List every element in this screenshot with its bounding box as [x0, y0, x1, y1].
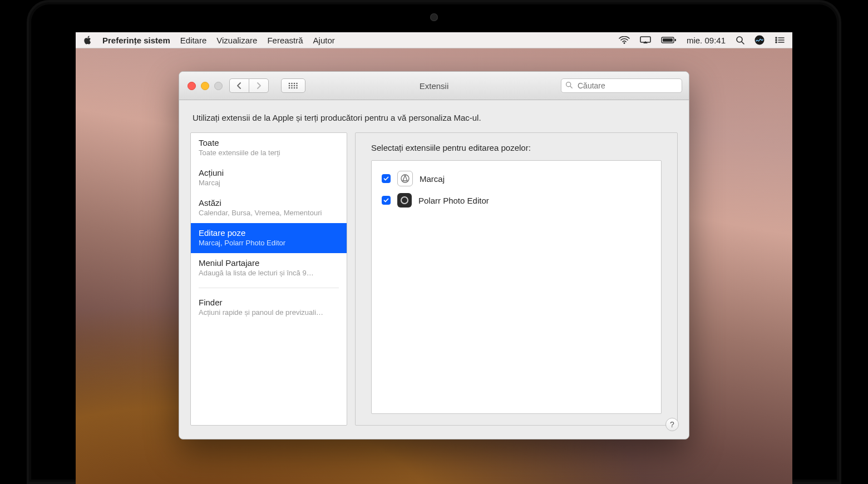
- svg-point-23: [291, 87, 293, 89]
- svg-point-24: [294, 87, 295, 89]
- sidebar-item-subtitle: Adaugă la lista de lecturi și încă 9…: [199, 269, 339, 277]
- menubar: Preferințe sistem Editare Vizualizare Fe…: [76, 32, 792, 48]
- siri-icon[interactable]: [754, 35, 765, 45]
- extension-label: Marcaj: [420, 174, 445, 184]
- sidebar-divider: [199, 288, 339, 288]
- sidebar-item-title: Acțiuni: [199, 168, 339, 177]
- sidebar-item-title: Toate: [199, 138, 339, 147]
- svg-point-10: [776, 39, 777, 41]
- svg-line-6: [742, 42, 744, 44]
- search-icon: [565, 81, 573, 90]
- apple-menu-icon[interactable]: [83, 36, 92, 45]
- preferences-window: Extensii Utilizați extensii de la Apple …: [179, 71, 689, 439]
- window-titlebar[interactable]: Extensii: [179, 72, 689, 100]
- laptop-frame: Preferințe sistem Editare Vizualizare Fe…: [0, 0, 868, 484]
- help-button[interactable]: ?: [665, 418, 679, 431]
- extension-label: Polarr Photo Editor: [418, 196, 489, 205]
- sidebar-item-title: Finder: [199, 298, 339, 307]
- extension-row: Polarr Photo Editor: [379, 190, 653, 211]
- nav-buttons: [229, 78, 269, 93]
- svg-rect-4: [674, 39, 676, 41]
- sidebar-item-subtitle: Calendar, Bursa, Vremea, Mementouri: [199, 209, 339, 217]
- laptop-bezel: Preferințe sistem Editare Vizualizare Fe…: [27, 0, 841, 484]
- sidebar-item-title: Editare poze: [199, 228, 339, 238]
- sidebar-item-finder[interactable]: FinderAcțiuni rapide și panoul de previz…: [191, 293, 347, 323]
- spotlight-icon[interactable]: [736, 36, 744, 45]
- svg-point-12: [776, 42, 777, 43]
- sidebar-item-ac-iuni[interactable]: AcțiuniMarcaj: [191, 163, 347, 193]
- airplay-icon[interactable]: [640, 36, 651, 44]
- forward-button[interactable]: [249, 78, 269, 93]
- svg-point-8: [776, 37, 777, 38]
- traffic-lights: [186, 82, 223, 90]
- svg-rect-3: [663, 38, 673, 42]
- back-button[interactable]: [229, 78, 249, 93]
- detail-heading: Selectați extensiile pentru editarea poz…: [371, 143, 662, 152]
- menubar-item-fereastra[interactable]: Fereastră: [267, 36, 303, 45]
- menubar-item-editare[interactable]: Editare: [180, 36, 207, 45]
- svg-point-21: [296, 85, 298, 87]
- detail-pane: Selectați extensiile pentru editarea poz…: [355, 132, 678, 426]
- svg-point-20: [294, 85, 295, 87]
- svg-point-16: [294, 83, 295, 85]
- svg-point-15: [291, 83, 293, 85]
- markup-icon: [397, 171, 413, 186]
- menubar-app-name[interactable]: Preferințe sistem: [102, 36, 170, 45]
- intro-text: Utilizați extensii de la Apple și terți …: [193, 113, 675, 122]
- extension-checkbox[interactable]: [382, 196, 391, 205]
- svg-point-25: [296, 87, 298, 89]
- menubar-item-vizualizare[interactable]: Vizualizare: [216, 36, 257, 45]
- zoom-window-button: [214, 82, 223, 90]
- menubar-item-ajutor[interactable]: Ajutor: [313, 36, 335, 45]
- show-all-button[interactable]: [281, 78, 305, 93]
- extension-list: MarcajPolarr Photo Editor: [371, 160, 662, 414]
- svg-point-14: [289, 83, 290, 85]
- menubar-clock[interactable]: mie. 09:41: [687, 36, 726, 45]
- svg-point-22: [289, 87, 290, 89]
- svg-line-27: [570, 86, 572, 88]
- extension-checkbox[interactable]: [382, 174, 391, 183]
- sidebar-item-toate[interactable]: ToateToate extensiile de la terți: [191, 133, 347, 163]
- sidebar-item-meniul-partajare[interactable]: Meniul PartajareAdaugă la lista de lectu…: [191, 253, 347, 283]
- battery-icon[interactable]: [661, 36, 677, 44]
- minimize-window-button[interactable]: [201, 82, 209, 90]
- laptop-camera: [430, 13, 438, 21]
- svg-point-18: [289, 85, 290, 87]
- sidebar-item-editare-poze[interactable]: Editare pozeMarcaj, Polarr Photo Editor: [191, 223, 347, 253]
- sidebar-item-subtitle: Marcaj: [199, 179, 339, 187]
- wifi-icon[interactable]: [619, 36, 630, 44]
- notification-center-icon[interactable]: [775, 36, 785, 44]
- sidebar-item-subtitle: Acțiuni rapide și panoul de previzuali…: [199, 308, 339, 317]
- polarr-icon: [397, 193, 412, 208]
- sidebar-item-ast-zi[interactable]: AstăziCalendar, Bursa, Vremea, Mementour…: [191, 193, 347, 223]
- desktop[interactable]: Preferințe sistem Editare Vizualizare Fe…: [76, 32, 792, 484]
- sidebar-item-subtitle: Toate extensiile de la terți: [199, 149, 339, 157]
- search-input[interactable]: [576, 81, 678, 91]
- window-body: Utilizați extensii de la Apple și terți …: [179, 100, 689, 439]
- category-sidebar[interactable]: ToateToate extensiile de la terțiAcțiuni…: [190, 132, 347, 426]
- svg-point-0: [624, 42, 625, 44]
- svg-point-29: [401, 197, 408, 204]
- sidebar-item-title: Meniul Partajare: [199, 258, 339, 268]
- sidebar-item-subtitle: Marcaj, Polarr Photo Editor: [199, 239, 339, 247]
- svg-point-17: [296, 83, 298, 85]
- close-window-button[interactable]: [188, 82, 196, 90]
- extension-row: Marcaj: [379, 167, 653, 190]
- sidebar-item-title: Astăzi: [199, 198, 339, 208]
- svg-point-19: [291, 85, 293, 87]
- toolbar-search[interactable]: [561, 78, 682, 93]
